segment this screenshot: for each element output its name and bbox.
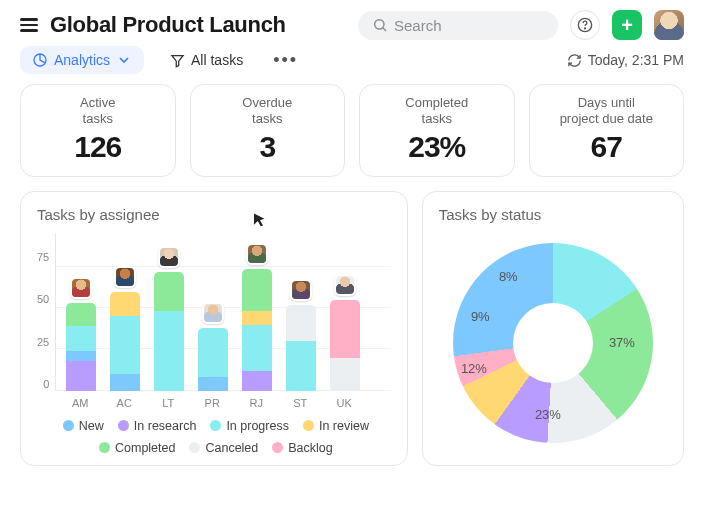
stat-value: 126 — [31, 130, 165, 164]
legend-item[interactable]: Canceled — [189, 441, 258, 455]
stat-label: Overdue tasks — [201, 95, 335, 128]
donut-slice-label: 9% — [471, 309, 490, 324]
donut-slice-label: 8% — [499, 269, 518, 284]
bar-segment — [198, 377, 228, 390]
bar-segment — [66, 326, 96, 351]
add-button[interactable]: + — [612, 10, 642, 40]
donut-slice-label: 23% — [535, 407, 561, 422]
help-button[interactable] — [570, 10, 600, 40]
legend-item[interactable]: In research — [118, 419, 197, 433]
bar-column[interactable]: ? — [330, 300, 360, 391]
legend-item[interactable]: New — [63, 419, 104, 433]
tasks-by-assignee-card: Tasks by assignee 7550250 ? AMACLTPRRJST… — [20, 191, 408, 466]
assignee-avatar — [290, 279, 312, 301]
svg-marker-5 — [172, 55, 183, 66]
chevron-down-icon — [116, 52, 132, 68]
bar-column[interactable] — [198, 328, 228, 391]
legend-label: In research — [134, 419, 197, 433]
legend-label: New — [79, 419, 104, 433]
bar-segment — [242, 325, 272, 371]
filter-icon — [170, 53, 185, 68]
legend-label: Backlog — [288, 441, 332, 455]
bar-column[interactable] — [154, 272, 184, 391]
bar-segment — [110, 374, 140, 390]
assignee-avatar — [202, 302, 224, 324]
bar-column[interactable] — [286, 305, 316, 391]
x-label: AC — [109, 397, 139, 409]
y-tick: 25 — [37, 336, 49, 348]
bar-segment — [286, 305, 316, 341]
stat-card[interactable]: Active tasks126 — [20, 84, 176, 177]
filter-label: All tasks — [191, 52, 243, 68]
legend-swatch — [63, 420, 74, 431]
bar-segment — [66, 361, 96, 391]
plus-icon: + — [621, 14, 633, 37]
bar-segment — [330, 300, 360, 358]
legend-swatch — [118, 420, 129, 431]
legend-swatch — [272, 442, 283, 453]
legend-swatch — [189, 442, 200, 453]
filter-tasks[interactable]: All tasks — [158, 46, 255, 74]
svg-point-3 — [584, 28, 585, 29]
x-label: LT — [153, 397, 183, 409]
legend-swatch — [303, 420, 314, 431]
x-label: RJ — [241, 397, 271, 409]
search-placeholder: Search — [394, 17, 442, 34]
bar-segment — [110, 292, 140, 317]
bar-segment — [154, 272, 184, 312]
assignee-avatar — [246, 243, 268, 265]
svg-point-0 — [375, 20, 384, 29]
bar-segment — [286, 341, 316, 390]
bar-segment — [66, 351, 96, 361]
svg-line-1 — [383, 28, 386, 31]
bar-segment — [110, 316, 140, 374]
stat-label: Days until project due date — [540, 95, 674, 128]
menu-icon[interactable] — [20, 18, 38, 32]
legend-item[interactable]: Completed — [99, 441, 175, 455]
bar-segment — [242, 269, 272, 312]
legend-label: Completed — [115, 441, 175, 455]
pie-icon — [32, 52, 48, 68]
legend-label: Canceled — [205, 441, 258, 455]
donut-slice-label: 12% — [461, 361, 487, 376]
x-label: UK — [329, 397, 359, 409]
y-tick: 0 — [37, 378, 49, 390]
search-input[interactable]: Search — [358, 11, 558, 40]
bar-segment — [154, 311, 184, 390]
legend-swatch — [99, 442, 110, 453]
stat-card[interactable]: Overdue tasks3 — [190, 84, 346, 177]
x-label: ST — [285, 397, 315, 409]
search-icon — [372, 17, 388, 33]
assignee-avatar — [114, 266, 136, 288]
tasks-by-status-card: Tasks by status 37%23%12%9%8% — [422, 191, 684, 466]
assignee-avatar — [158, 246, 180, 268]
stat-label: Active tasks — [31, 95, 165, 128]
stat-card[interactable]: Days until project due date67 — [529, 84, 685, 177]
bar-column[interactable] — [110, 292, 140, 391]
chart-title-status: Tasks by status — [439, 206, 667, 223]
assignee-avatar — [70, 277, 92, 299]
y-tick: 50 — [37, 293, 49, 305]
legend-swatch — [210, 420, 221, 431]
legend-item[interactable]: Backlog — [272, 441, 332, 455]
page-title: Global Product Launch — [50, 12, 286, 38]
refresh-label: Today, 2:31 PM — [588, 52, 684, 68]
refresh-timestamp[interactable]: Today, 2:31 PM — [567, 52, 684, 68]
analytics-label: Analytics — [54, 52, 110, 68]
bar-segment — [198, 328, 228, 377]
bar-column[interactable] — [66, 303, 96, 390]
legend-item[interactable]: In review — [303, 419, 369, 433]
refresh-icon — [567, 53, 582, 68]
user-avatar[interactable] — [654, 10, 684, 40]
more-menu[interactable]: ••• — [269, 50, 302, 71]
stat-label: Completed tasks — [370, 95, 504, 128]
analytics-dropdown[interactable]: Analytics — [20, 46, 144, 74]
assignee-avatar: ? — [334, 274, 356, 296]
stat-value: 3 — [201, 130, 335, 164]
legend-label: In progress — [226, 419, 289, 433]
bar-segment — [330, 358, 360, 391]
bar-column[interactable] — [242, 269, 272, 391]
stat-card[interactable]: Completed tasks23% — [359, 84, 515, 177]
legend-item[interactable]: In progress — [210, 419, 289, 433]
bar-segment — [242, 371, 272, 391]
